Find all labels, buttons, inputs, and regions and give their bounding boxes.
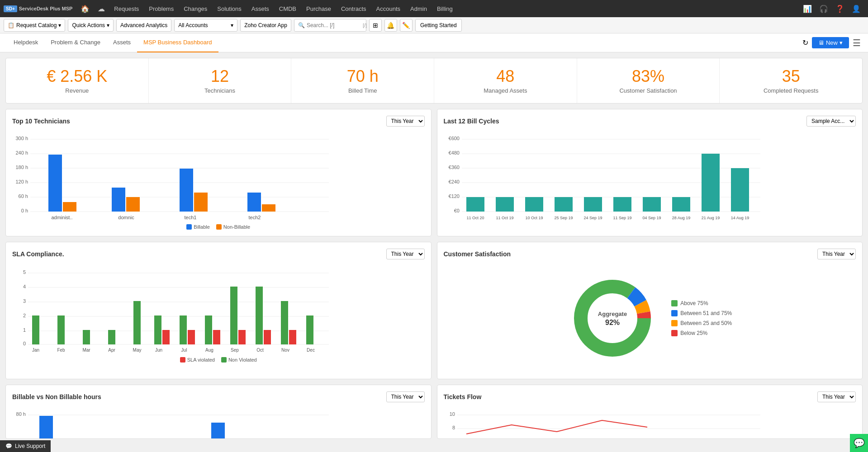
new-chevron: ▾ (840, 39, 843, 46)
bar-nonbillable-tech2 (262, 204, 275, 212)
sla-jul-viol (188, 330, 195, 344)
nav-admin[interactable]: Admin (406, 0, 432, 17)
chart-icon[interactable]: 📊 (799, 0, 816, 17)
bar-21aug19 (702, 154, 720, 212)
svg-text:04 Sep 19: 04 Sep 19 (642, 216, 661, 220)
tickets-flow-header: Tickets Flow This Year (444, 391, 856, 402)
search-box[interactable]: 🔍 [/] (294, 19, 366, 32)
sla-feb-non (57, 315, 65, 344)
tickets-flow-chart: 10 8 (444, 407, 765, 439)
advanced-analytics-label: Advanced Analytics (120, 22, 167, 28)
nav-cmdb[interactable]: CMDB (275, 0, 301, 17)
bell-btn[interactable]: 🔔 (384, 19, 397, 32)
zoho-creator-btn[interactable]: Zoho Creator App (240, 19, 291, 32)
tickets-flow-filter[interactable]: This Year (817, 391, 856, 402)
refresh-icon[interactable]: ↻ (802, 38, 808, 47)
nav-billing[interactable]: Billing (432, 0, 457, 17)
nav-contracts[interactable]: Contracts (337, 0, 371, 17)
svg-text:domnic: domnic (118, 215, 134, 220)
sla-may-non (133, 301, 141, 344)
svg-text:Jan: Jan (32, 348, 39, 353)
new-button[interactable]: 🖥 New ▾ (812, 37, 849, 48)
request-catalog-btn[interactable]: 📋 Request Catalog ▾ (4, 19, 65, 32)
sla-mar-non (83, 330, 90, 344)
bar-25sep19 (555, 197, 573, 212)
nav-purchase[interactable]: Purchase (302, 0, 336, 17)
donut-legend-below25: Below 25% (671, 330, 732, 336)
donut-legend-b25-50: Between 25 and 50% (671, 320, 732, 326)
svg-text:Feb: Feb (57, 348, 65, 353)
customer-satisfaction-header: Customer Satisfaction This Year (444, 249, 856, 259)
bar-24sep19 (584, 197, 602, 212)
tab-problem-change[interactable]: Problem & Change (44, 33, 107, 52)
home-icon[interactable]: 🏠 (77, 0, 93, 17)
new-icon: 🖥 (818, 39, 824, 46)
edit-btn[interactable]: ✏️ (400, 19, 413, 32)
bar-11oct19 (496, 197, 514, 212)
nav-changes[interactable]: Changes (179, 0, 212, 17)
kpi-completed-requests: 35 Completed Requests (720, 58, 862, 103)
search-input[interactable] (307, 22, 361, 28)
all-accounts-select[interactable]: All Accounts ▾ (174, 19, 237, 32)
help-icon[interactable]: ❓ (832, 0, 848, 17)
bar-28aug19 (672, 197, 690, 212)
sla-compliance-header: SLA Compliance. This Year (12, 249, 425, 259)
grid-view-btn[interactable]: ⊞ (369, 19, 382, 32)
hamburger-menu[interactable]: ☰ (853, 38, 861, 48)
bill-cycles-filter[interactable]: Sample Acc... (806, 116, 856, 127)
billable-vs-non-filter[interactable]: This Year (386, 391, 425, 402)
charts-row-1: Top 10 Technicians This Year 300 h 240 h… (5, 109, 863, 236)
customer-satisfaction-title: Customer Satisfaction (444, 250, 511, 258)
sla-compliance-chart: 5 4 3 2 1 0 Jan Feb (12, 264, 333, 354)
zoho-creator-label: Zoho Creator App (244, 22, 287, 28)
svg-text:Apr: Apr (108, 348, 115, 353)
kpi-billed-time-label: Billed Time (299, 87, 427, 94)
sla-dec-non (306, 315, 313, 344)
notifications-icon[interactable]: ☁ (94, 0, 109, 17)
tab-helpdesk[interactable]: Helpdesk (7, 33, 44, 52)
billable-vs-non-title: Billable vs Non Billable hours (12, 393, 101, 400)
advanced-analytics-btn[interactable]: Advanced Analytics (116, 19, 171, 32)
chat-widget-icon[interactable]: 💬 (850, 434, 868, 452)
customer-satisfaction-filter[interactable]: This Year (817, 249, 856, 259)
kpi-revenue-label: Revenue (13, 87, 141, 94)
brand-logo[interactable]: SD+ ServiceDesk Plus MSP (4, 5, 72, 12)
bar-11sep19 (613, 197, 631, 212)
top-technicians-header: Top 10 Technicians This Year (12, 116, 425, 127)
kpi-managed-assets-value: 48 (441, 67, 569, 85)
bar-billable-domnic (112, 188, 125, 212)
live-support-btn[interactable]: 💬 Live Support (0, 440, 51, 452)
kpi-managed-assets: 48 Managed Assets (434, 58, 577, 103)
donut-legend: Above 75% Between 51 and 75% Between 25 … (671, 300, 732, 336)
nav-problems[interactable]: Problems (144, 0, 178, 17)
sla-nov-non (281, 301, 288, 344)
tab-assets[interactable]: Assets (107, 33, 137, 52)
sla-jan-non (32, 315, 39, 344)
sla-sep-viol (238, 330, 246, 344)
sla-sep-non (230, 287, 237, 344)
legend-sla-violated-color (180, 357, 185, 363)
nav-assets[interactable]: Assets (247, 0, 274, 17)
svg-text:25 Sep 19: 25 Sep 19 (554, 216, 573, 220)
bar-14aug19 (731, 168, 749, 212)
nav-requests[interactable]: Requests (109, 0, 143, 17)
user-icon[interactable]: 👤 (848, 0, 864, 17)
nav-solutions[interactable]: Solutions (213, 0, 246, 17)
top-technicians-filter[interactable]: This Year (386, 116, 425, 127)
svg-text:240 h: 240 h (15, 150, 28, 155)
headset-icon[interactable]: 🎧 (816, 0, 832, 17)
quick-actions-btn[interactable]: Quick Actions ▾ (68, 19, 114, 32)
tab-bar: Helpdesk Problem & Change Assets MSP Bus… (0, 33, 868, 52)
sla-compliance-filter[interactable]: This Year (386, 249, 425, 259)
donut-legend-b51-75: Between 51 and 75% (671, 310, 732, 316)
nav-accounts[interactable]: Accounts (372, 0, 405, 17)
getting-started-btn[interactable]: Getting Started (415, 19, 462, 32)
tab-msp-business-dashboard[interactable]: MSP Business Dashboard (137, 33, 218, 52)
svg-text:Aug: Aug (205, 348, 213, 353)
svg-text:Nov: Nov (281, 348, 289, 353)
sla-aug-non (205, 315, 212, 344)
legend-sla-violated-label: SLA violated (187, 357, 215, 363)
legend-non-billable-color (216, 224, 222, 230)
bill-cycles-header: Last 12 Bill Cycles Sample Acc... (444, 116, 856, 127)
kpi-customer-satisfaction-value: 83% (584, 67, 712, 85)
